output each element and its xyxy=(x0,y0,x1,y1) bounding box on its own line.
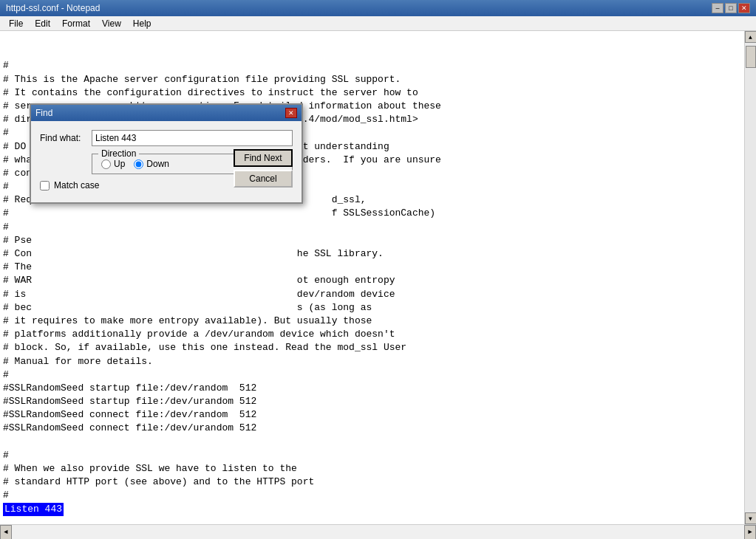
radio-down[interactable] xyxy=(134,159,143,169)
radio-up-label: Up xyxy=(114,159,125,169)
window-controls: – □ ✕ xyxy=(712,3,750,13)
menu-edit[interactable]: Edit xyxy=(29,17,56,30)
menu-help[interactable]: Help xyxy=(127,17,157,30)
find-what-input[interactable] xyxy=(92,130,293,146)
status-bar: ◄ ► xyxy=(0,524,756,539)
find-what-label: Find what: xyxy=(40,133,92,143)
cancel-button[interactable]: Cancel xyxy=(234,170,293,188)
scroll-left-arrow[interactable]: ◄ xyxy=(0,525,12,540)
menu-bar: File Edit Format View Help xyxy=(0,16,756,31)
title-bar: httpd-ssl.conf - Notepad – □ ✕ xyxy=(0,0,756,16)
close-button[interactable]: ✕ xyxy=(738,3,750,13)
find-dialog[interactable]: Find ✕ Find what: Direction Up xyxy=(30,103,303,204)
find-dialog-title: Find xyxy=(35,108,52,118)
find-dialog-buttons: Find Next Cancel xyxy=(234,149,293,188)
find-dialog-close-button[interactable]: ✕ xyxy=(285,108,297,118)
highlighted-text: Listen 443 xyxy=(3,503,64,516)
scroll-down-arrow[interactable]: ▼ xyxy=(745,512,757,524)
radio-down-label: Down xyxy=(146,159,169,169)
find-what-row: Find what: xyxy=(40,130,293,146)
window-title: httpd-ssl.conf - Notepad xyxy=(6,3,100,13)
find-next-button[interactable]: Find Next xyxy=(234,149,293,167)
match-case-label: Match case xyxy=(54,180,99,190)
scroll-right-arrow[interactable]: ► xyxy=(744,525,756,540)
scroll-up-arrow[interactable]: ▲ xyxy=(745,31,757,43)
match-case-checkbox[interactable] xyxy=(40,181,50,190)
menu-view[interactable]: View xyxy=(96,17,127,30)
vertical-scrollbar[interactable]: ▲ ▼ xyxy=(744,31,756,524)
radio-down-row: Down xyxy=(134,159,169,169)
direction-legend: Direction xyxy=(98,148,139,159)
radio-up-row: Up xyxy=(101,159,125,169)
radio-up[interactable] xyxy=(101,159,111,169)
find-dialog-title-bar: Find ✕ xyxy=(31,105,302,121)
maximize-button[interactable]: □ xyxy=(725,3,737,13)
find-dialog-body: Find what: Direction Up Down xyxy=(31,121,302,202)
menu-format[interactable]: Format xyxy=(56,17,96,30)
minimize-button[interactable]: – xyxy=(712,3,723,13)
menu-file[interactable]: File xyxy=(3,17,29,30)
scrollbar-thumb[interactable] xyxy=(746,46,756,68)
